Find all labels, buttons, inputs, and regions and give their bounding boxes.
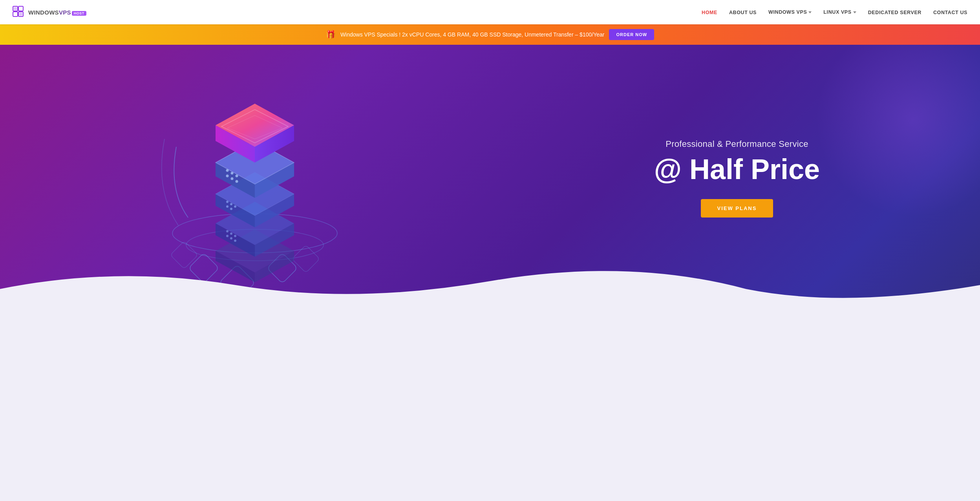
view-plans-button[interactable]: VIEW PLANS xyxy=(701,199,773,218)
nav-item-about[interactable]: ABOUT US xyxy=(729,9,757,16)
nav-item-contact[interactable]: CONTACT US xyxy=(933,9,967,16)
hero-wave xyxy=(0,265,980,312)
promo-bar: 🎁 Windows VPS Specials ! 2x vCPU Cores, … xyxy=(0,24,980,45)
nav-links: HOME ABOUT US WINDOWS VPS LINUX VPS DEDI… xyxy=(702,9,967,16)
nav-link-about[interactable]: ABOUT US xyxy=(729,10,757,15)
hero-subtitle: Professional & Performance Service xyxy=(666,139,808,149)
promo-text: Windows VPS Specials ! 2x vCPU Cores, 4 … xyxy=(340,31,605,38)
hero-title: @ Half Price xyxy=(654,154,820,185)
svg-rect-12 xyxy=(170,241,198,269)
nav-link-home[interactable]: HOME xyxy=(702,10,717,15)
logo-link[interactable]: WINDOWSVPSHOST xyxy=(13,6,86,18)
nav-item-dedicated[interactable]: DEDICATED SERVER xyxy=(868,9,921,16)
svg-rect-5 xyxy=(19,13,22,16)
chevron-down-icon xyxy=(853,11,856,13)
svg-rect-2 xyxy=(18,6,23,11)
order-now-button[interactable]: ORDER NOW xyxy=(609,29,654,40)
nav-link-contact[interactable]: CONTACT US xyxy=(933,10,967,15)
chevron-down-icon xyxy=(808,11,812,13)
hero-section: Professional & Performance Service @ Hal… xyxy=(0,45,980,312)
gift-icon: 🎁 xyxy=(326,30,336,39)
nav-link-dedicated[interactable]: DEDICATED SERVER xyxy=(868,10,921,15)
nav-item-windows-vps[interactable]: WINDOWS VPS xyxy=(768,9,812,15)
hero-content: Professional & Performance Service @ Hal… xyxy=(0,115,980,241)
nav-item-linux-vps[interactable]: LINUX VPS xyxy=(823,9,856,15)
svg-rect-4 xyxy=(14,7,17,10)
nav-link-linux-vps[interactable]: LINUX VPS xyxy=(823,9,856,15)
logo-text: WINDOWSVPSHOST xyxy=(28,9,86,16)
svg-rect-1 xyxy=(13,12,18,16)
nav-item-home[interactable]: HOME xyxy=(702,9,717,16)
navbar: WINDOWSVPSHOST HOME ABOUT US WINDOWS VPS… xyxy=(0,0,980,24)
nav-link-windows-vps[interactable]: WINDOWS VPS xyxy=(768,9,812,15)
logo-icon xyxy=(13,6,25,18)
